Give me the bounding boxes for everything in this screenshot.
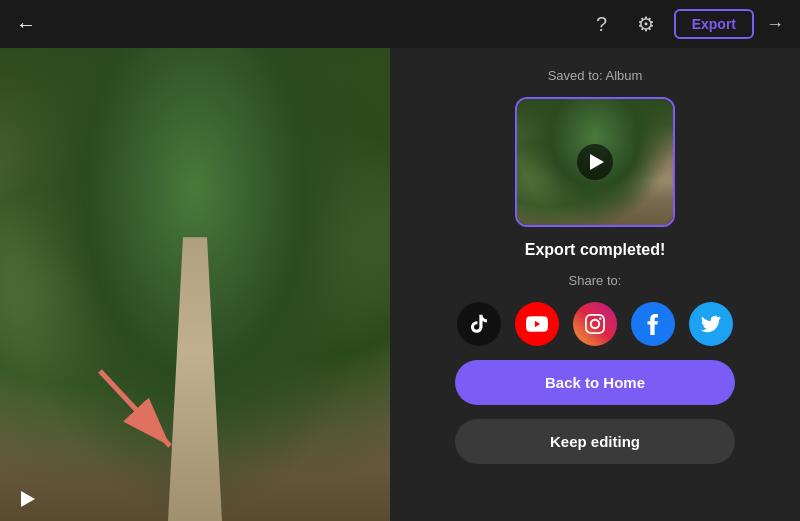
thumbnail-bg bbox=[517, 99, 673, 225]
forward-arrow-icon: → bbox=[766, 14, 784, 35]
instagram-share-button[interactable] bbox=[573, 302, 617, 346]
help-button[interactable]: ? bbox=[586, 8, 618, 40]
thumbnail-container bbox=[515, 97, 675, 227]
facebook-share-button[interactable] bbox=[631, 302, 675, 346]
tiktok-icon bbox=[468, 313, 490, 335]
top-bar-right: ? ⚙ Export → bbox=[586, 8, 784, 40]
settings-icon: ⚙ bbox=[637, 12, 655, 36]
back-to-home-button[interactable]: Back to Home bbox=[455, 360, 735, 405]
twitter-share-button[interactable] bbox=[689, 302, 733, 346]
youtube-share-button[interactable] bbox=[515, 302, 559, 346]
saved-label: Saved to: Album bbox=[548, 68, 643, 83]
play-button-corner[interactable] bbox=[12, 485, 40, 513]
youtube-icon bbox=[526, 316, 548, 332]
thumbnail-play-button[interactable] bbox=[577, 144, 613, 180]
keep-editing-button[interactable]: Keep editing bbox=[455, 419, 735, 464]
arrow-overlay bbox=[80, 351, 200, 471]
play-icon bbox=[21, 491, 35, 507]
svg-line-1 bbox=[100, 371, 170, 446]
instagram-icon bbox=[585, 314, 605, 334]
share-label: Share to: bbox=[569, 273, 622, 288]
top-bar-left: ← bbox=[16, 13, 36, 36]
video-preview-panel bbox=[0, 48, 390, 521]
right-panel: Saved to: Album Export completed! Share … bbox=[390, 48, 800, 521]
settings-button[interactable]: ⚙ bbox=[630, 8, 662, 40]
video-background bbox=[0, 48, 390, 521]
tiktok-share-button[interactable] bbox=[457, 302, 501, 346]
share-icons-row bbox=[457, 302, 733, 346]
export-completed-label: Export completed! bbox=[525, 241, 665, 259]
facebook-icon bbox=[647, 313, 659, 335]
top-bar: ← ? ⚙ Export → bbox=[0, 0, 800, 48]
thumbnail-play-icon bbox=[590, 154, 604, 170]
export-button[interactable]: Export bbox=[674, 9, 754, 39]
back-arrow-icon[interactable]: ← bbox=[16, 13, 36, 36]
help-icon: ? bbox=[596, 13, 607, 36]
twitter-icon bbox=[701, 315, 721, 333]
main-content: Saved to: Album Export completed! Share … bbox=[0, 48, 800, 521]
